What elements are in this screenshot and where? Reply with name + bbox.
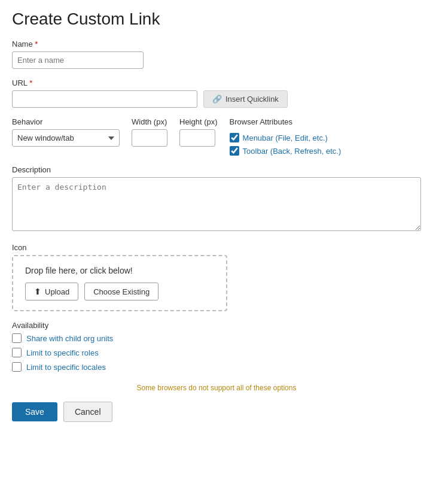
share-child-label[interactable]: Share with child org units: [12, 333, 421, 343]
name-label: Name *: [12, 40, 421, 48]
limit-roles-checkbox[interactable]: [12, 348, 22, 357]
toolbar-checkbox-label[interactable]: Toolbar (Back, Refresh, etc.): [230, 146, 341, 156]
url-input[interactable]: [12, 90, 197, 108]
behavior-row: Behavior New window/tab Same window Popu…: [12, 117, 421, 156]
upload-button[interactable]: ⬆ Upload: [25, 283, 78, 300]
height-input[interactable]: [179, 129, 215, 147]
page-title: Create Custom Link: [12, 10, 421, 29]
save-button[interactable]: Save: [12, 402, 57, 421]
toolbar-checkbox[interactable]: [230, 146, 239, 156]
url-label: URL *: [12, 78, 421, 87]
description-section: Description: [12, 165, 421, 233]
icon-section: Icon Drop file here, or click below! ⬆ U…: [12, 243, 421, 311]
limit-roles-text: Limit to specific roles: [26, 348, 99, 357]
browser-attributes-label: Browser Attributes: [230, 117, 341, 126]
availability-section: Availability Share with child org units …: [12, 321, 421, 372]
name-required-star: *: [33, 40, 38, 48]
notice-text: Some browsers do not support all of thes…: [12, 384, 421, 392]
behavior-field: Behavior New window/tab Same window Popu…: [12, 117, 120, 147]
share-child-checkbox[interactable]: [12, 333, 22, 343]
icon-dropzone[interactable]: Drop file here, or click below! ⬆ Upload…: [12, 255, 227, 311]
menubar-checkbox[interactable]: [230, 133, 239, 142]
height-label: Height (px): [179, 117, 218, 126]
url-required-star: *: [28, 78, 33, 87]
choose-existing-button[interactable]: Choose Existing: [84, 283, 158, 300]
description-label: Description: [12, 165, 421, 174]
icon-label: Icon: [12, 243, 421, 252]
behavior-label: Behavior: [12, 117, 120, 126]
menubar-checkbox-label[interactable]: Menubar (File, Edit, etc.): [230, 133, 341, 142]
icon-buttons: ⬆ Upload Choose Existing: [25, 283, 214, 300]
quicklink-icon: 🔗: [212, 95, 222, 104]
availability-label: Availability: [12, 321, 421, 330]
width-field: Width (px): [132, 117, 167, 147]
name-input[interactable]: [12, 51, 144, 69]
description-textarea[interactable]: [12, 177, 421, 231]
footer-buttons: Save Cancel: [12, 402, 421, 422]
width-input[interactable]: [132, 129, 167, 147]
width-label: Width (px): [132, 117, 167, 126]
limit-locales-label[interactable]: Limit to specific locales: [12, 362, 421, 372]
height-field: Height (px): [179, 117, 218, 147]
browser-attributes-field: Browser Attributes Menubar (File, Edit, …: [230, 117, 341, 156]
share-child-text: Share with child org units: [26, 334, 113, 343]
limit-roles-label[interactable]: Limit to specific roles: [12, 348, 421, 357]
toolbar-label: Toolbar (Back, Refresh, etc.): [243, 147, 341, 156]
limit-locales-checkbox[interactable]: [12, 362, 22, 372]
cancel-button[interactable]: Cancel: [63, 402, 112, 422]
insert-quicklink-button[interactable]: 🔗 Insert Quicklink: [203, 90, 288, 108]
menubar-label: Menubar (File, Edit, etc.): [243, 133, 328, 142]
availability-items: Share with child org units Limit to spec…: [12, 333, 421, 372]
drop-text: Drop file here, or click below!: [25, 266, 214, 275]
page-container: Create Custom Link Name * URL * 🔗 Insert…: [0, 0, 433, 504]
url-section: URL * 🔗 Insert Quicklink: [12, 78, 421, 108]
behavior-select[interactable]: New window/tab Same window Popup: [12, 129, 120, 147]
limit-locales-text: Limit to specific locales: [26, 363, 106, 372]
name-section: Name *: [12, 40, 421, 69]
upload-icon: ⬆: [34, 287, 41, 296]
url-row: 🔗 Insert Quicklink: [12, 90, 421, 108]
